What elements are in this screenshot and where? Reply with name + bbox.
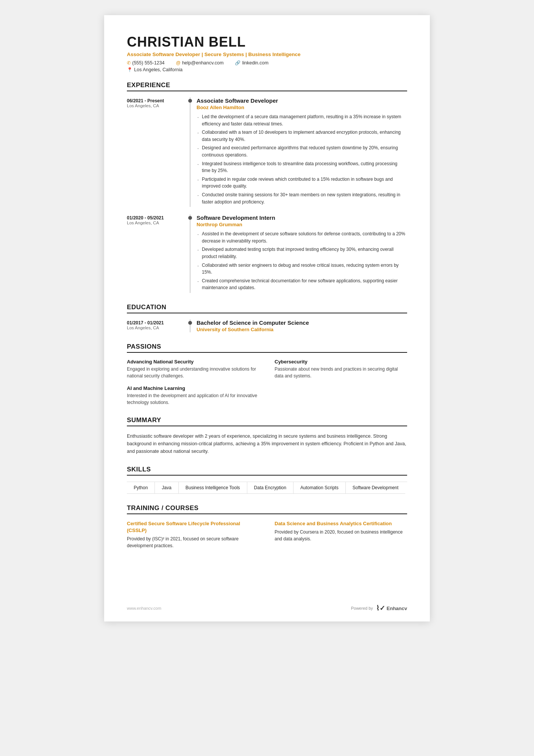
phone-number: (555) 555-1234 [132,60,164,66]
exp-divider [190,214,190,293]
skill-tag: Automation Scripts [294,482,346,494]
summary-section-title: SUMMARY [127,416,407,426]
exp-left: 01/2020 - 05/2021 Los Angeles, CA [127,214,184,293]
exp-bullets: Led the development of a secure data man… [197,113,407,205]
passion-title: AI and Machine Learning [127,385,259,391]
list-item: Created comprehensive technical document… [197,277,407,291]
exp-bullets: Assisted in the development of secure so… [197,230,407,291]
skills-section-title: SKILLS [127,466,407,476]
list-item: Developed automated testing scripts that… [197,246,407,260]
list-item: Designed and executed performance algori… [197,144,407,158]
experience-item: 01/2020 - 05/2021 Los Angeles, CA Softwa… [127,214,407,293]
training-section: TRAINING / COURSES Certified Secure Soft… [127,504,407,549]
edu-school: University of Southern California [197,327,407,332]
exp-company: Northrop Grumman [197,222,407,227]
page-footer: www.enhancv.com Powered by ⌇✓ Enhancv [127,604,407,612]
exp-company: Booz Allen Hamilton [197,105,407,110]
edu-location: Los Angeles, CA [127,326,184,330]
footer-website: www.enhancv.com [127,606,161,610]
list-item: Assisted in the development of secure so… [197,230,407,244]
passion-desc: Interested in the development and applic… [127,392,259,406]
edu-divider [190,319,190,332]
footer-powered: Powered by ⌇✓ Enhancv [351,604,407,612]
passions-section: PASSIONS Advancing National Security Eng… [127,343,407,406]
skill-tag: Software Development [346,482,405,494]
summary-text: Enthusiastic software developer with 2 y… [127,432,407,455]
exp-divider [190,97,190,207]
list-item: Led the development of a secure data man… [197,113,407,127]
location-icon: 📍 [127,67,133,72]
experience-container: 06/2021 - Present Los Angeles, CA Associ… [127,97,407,293]
skill-tag: Python [127,482,155,494]
edu-date: 01/2017 - 01/2021 [127,320,184,326]
summary-section: SUMMARY Enthusiastic software developer … [127,416,407,455]
exp-right: Software Development Intern Northrop Gru… [197,214,407,293]
skills-section: SKILLS PythonJavaBusiness Intelligence T… [127,466,407,494]
linkedin-contact: 🔗 linkedin.com [235,60,268,66]
experience-section-title: EXPERIENCE [127,81,407,91]
training-desc: Provided by (ISC)² in 2021, focused on s… [127,535,259,549]
passion-desc: Passionate about new trends and practice… [275,366,407,379]
skill-tag: Business Intelligence Tools [179,482,247,494]
list-item: Conducted onsite training sessions for 3… [197,191,407,205]
resume-header: CHRISTIAN BELL Associate Software Develo… [127,34,407,72]
email-icon: @ [176,60,180,66]
linkedin-icon: 🔗 [235,60,240,66]
passion-desc: Engaged in exploring and understanding i… [127,366,259,379]
candidate-title: Associate Software Developer | Secure Sy… [127,52,407,57]
candidate-name: CHRISTIAN BELL [127,34,407,50]
powered-by-text: Powered by [351,606,373,610]
list-item: Participated in regular code reviews whi… [197,176,407,190]
skills-container: PythonJavaBusiness Intelligence ToolsDat… [127,482,407,494]
education-section: EDUCATION 01/2017 - 01/2021 Los Angeles,… [127,304,407,332]
passion-item: Cybersecurity Passionate about new trend… [275,359,407,379]
exp-job-title: Software Development Intern [197,214,407,221]
experience-item: 06/2021 - Present Los Angeles, CA Associ… [127,97,407,207]
email-contact: @ help@enhancv.com [176,60,223,66]
enhancv-icon: ⌇✓ [376,604,385,612]
header-location: 📍 Los Angeles, California [127,67,407,72]
passion-item: Advancing National Security Engaged in e… [127,359,259,379]
training-item: Certified Secure Software Lifecycle Prof… [127,520,259,549]
exp-location: Los Angeles, CA [127,221,184,225]
education-section-title: EDUCATION [127,304,407,313]
passion-item: AI and Machine Learning Interested in th… [127,385,259,406]
education-item: 01/2017 - 01/2021 Los Angeles, CA Bachel… [127,319,407,332]
training-name: Data Science and Business Analytics Cert… [275,520,407,527]
training-container: Certified Secure Software Lifecycle Prof… [127,520,407,549]
enhancv-logo: ⌇✓ Enhancv [376,604,407,612]
email-address: help@enhancv.com [182,60,224,66]
edu-degree: Bachelor of Science in Computer Science [197,319,407,326]
education-container: 01/2017 - 01/2021 Los Angeles, CA Bachel… [127,319,407,332]
list-item: Collaborated with a team of 10 developer… [197,129,407,143]
resume-page: CHRISTIAN BELL Associate Software Develo… [104,15,430,621]
exp-job-title: Associate Software Developer [197,97,407,104]
phone-contact: ✆ (555) 555-1234 [127,60,164,66]
training-desc: Provided by Coursera in 2020, focused on… [275,529,407,542]
exp-date: 01/2020 - 05/2021 [127,215,184,221]
location-text: Los Angeles, California [134,67,183,72]
training-section-title: TRAINING / COURSES [127,504,407,514]
passions-section-title: PASSIONS [127,343,407,353]
exp-date: 06/2021 - Present [127,98,184,103]
passions-container: Advancing National Security Engaged in e… [127,359,407,406]
brand-name: Enhancv [387,606,407,611]
edu-right: Bachelor of Science in Computer Science … [197,319,407,332]
training-name: Certified Secure Software Lifecycle Prof… [127,520,259,534]
passion-title: Advancing National Security [127,359,259,365]
passion-title: Cybersecurity [275,359,407,365]
edu-left: 01/2017 - 01/2021 Los Angeles, CA [127,319,184,332]
training-item: Data Science and Business Analytics Cert… [275,520,407,549]
header-contact: ✆ (555) 555-1234 @ help@enhancv.com 🔗 li… [127,60,407,66]
linkedin-url: linkedin.com [242,60,268,66]
list-item: Integrated business intelligence tools t… [197,160,407,174]
experience-section: EXPERIENCE 06/2021 - Present Los Angeles… [127,81,407,293]
exp-location: Los Angeles, CA [127,103,184,108]
exp-right: Associate Software Developer Booz Allen … [197,97,407,207]
phone-icon: ✆ [127,60,131,66]
exp-left: 06/2021 - Present Los Angeles, CA [127,97,184,207]
list-item: Collaborated with senior engineers to de… [197,262,407,276]
skill-tag: Data Encryption [247,482,294,494]
skill-tag: Java [155,482,178,494]
